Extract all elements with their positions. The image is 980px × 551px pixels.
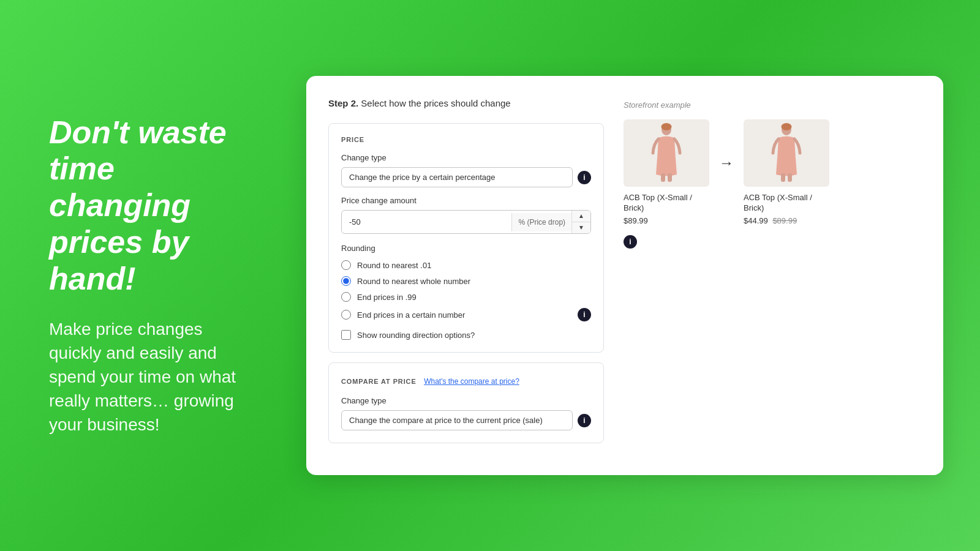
price-input-wrapper: % (Price drop) ▲ ▼ [341, 210, 591, 234]
rounding-option-4-label: End prices in a certain number [357, 310, 465, 320]
rounding-option-3-label: End prices in .99 [357, 293, 417, 302]
after-original-price: $89.99 [772, 216, 797, 225]
subtext: Make price changes quickly and easily an… [49, 317, 257, 437]
compare-header: COMPARE AT PRICE What's the compare at p… [341, 375, 591, 386]
price-change-label: Price change amount [341, 196, 591, 205]
price-stepper: ▲ ▼ [571, 211, 590, 233]
preview-info-icon[interactable]: i [624, 235, 637, 249]
compare-section-title: COMPARE AT PRICE [341, 378, 417, 385]
compare-change-type-select[interactable]: Change the compare at price to the curre… [341, 410, 573, 430]
compare-section: COMPARE AT PRICE What's the compare at p… [328, 362, 604, 443]
after-product-image [744, 119, 829, 187]
compare-info-icon[interactable]: i [578, 414, 591, 427]
before-product-name: ACB Top (X-Small / Brick) [624, 193, 709, 214]
after-product-figure [765, 122, 808, 184]
svg-rect-3 [668, 173, 672, 182]
rounding-option-2[interactable]: Round to nearest whole number [341, 276, 591, 286]
before-product-price: $89.99 [624, 216, 709, 225]
after-product-price: $44.99 $89.99 [744, 216, 829, 225]
svg-rect-2 [661, 173, 665, 182]
rounding-radio-4[interactable] [341, 310, 351, 320]
rounding-option-4[interactable]: End prices in a certain number [341, 310, 465, 320]
step-label: Step 2. [328, 98, 358, 108]
price-suffix: % (Price drop) [511, 213, 571, 231]
after-product-name: ACB Top (X-Small / Brick) [744, 193, 829, 214]
change-type-info-icon[interactable]: i [578, 171, 591, 184]
rounding-radio-3[interactable] [341, 292, 351, 302]
stepper-up[interactable]: ▲ [572, 211, 590, 222]
preview-cards: ACB Top (X-Small / Brick) $89.99 → [624, 119, 921, 225]
left-panel: Don't waste time changing prices by hand… [0, 78, 294, 474]
before-product-figure [645, 122, 688, 184]
after-product-card: ACB Top (X-Small / Brick) $44.99 $89.99 [744, 119, 829, 225]
compare-link[interactable]: What's the compare at price? [424, 377, 519, 386]
preview-area: Storefront example [624, 98, 921, 453]
rounding-radio-group: Round to nearest .01 Round to nearest wh… [341, 260, 591, 321]
rounding-info-icon[interactable]: i [578, 308, 591, 321]
svg-rect-7 [788, 173, 792, 182]
step-header: Step 2. Select how the prices should cha… [328, 98, 604, 108]
step-description: Select how the prices should change [361, 98, 510, 108]
change-type-label: Change type [341, 153, 591, 162]
price-section: PRICE Change type Change the price by a … [328, 123, 604, 353]
show-rounding-label: Show rounding direction options? [357, 331, 475, 340]
change-type-select[interactable]: Change the price by a certain percentage… [341, 167, 573, 187]
after-sale-price: $44.99 [744, 216, 768, 225]
rounding-radio-2[interactable] [341, 276, 351, 286]
rounding-option-4-row: End prices in a certain number i [341, 308, 591, 321]
svg-point-5 [782, 123, 792, 130]
headline: Don't waste time changing prices by hand… [49, 114, 257, 298]
before-product-image [624, 119, 709, 187]
rounding-label: Rounding [341, 244, 591, 253]
form-area: Step 2. Select how the prices should cha… [328, 98, 604, 453]
compare-change-type-wrapper: Change the compare at price to the curre… [341, 410, 591, 430]
preview-arrow: → [719, 154, 734, 171]
price-section-title: PRICE [341, 136, 591, 143]
preview-info: i [624, 235, 921, 249]
rounding-option-1[interactable]: Round to nearest .01 [341, 260, 591, 270]
rounding-option-2-label: Round to nearest whole number [357, 277, 470, 286]
show-rounding-checkbox[interactable] [341, 330, 351, 340]
svg-point-1 [662, 123, 672, 130]
preview-label: Storefront example [624, 100, 921, 110]
change-type-wrapper: Change the price by a certain percentage… [341, 167, 591, 187]
main-card: Step 2. Select how the prices should cha… [306, 76, 943, 475]
compare-change-type-label: Change type [341, 396, 591, 405]
rounding-option-3[interactable]: End prices in .99 [341, 292, 591, 302]
rounding-option-1-label: Round to nearest .01 [357, 261, 431, 270]
svg-rect-6 [781, 173, 785, 182]
rounding-radio-1[interactable] [341, 260, 351, 270]
stepper-down[interactable]: ▼ [572, 222, 590, 233]
before-product-card: ACB Top (X-Small / Brick) $89.99 [624, 119, 709, 225]
show-rounding-row[interactable]: Show rounding direction options? [341, 330, 591, 340]
price-change-input[interactable] [342, 212, 511, 231]
